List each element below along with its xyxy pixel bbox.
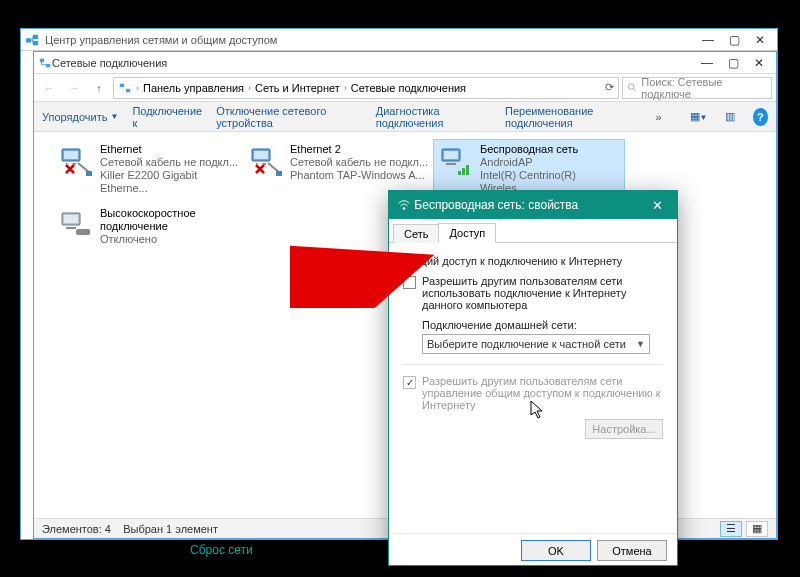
svg-rect-22 [458, 171, 461, 175]
connection-icon [248, 143, 284, 179]
svg-point-7 [628, 83, 634, 89]
settings-button: Настройка... [585, 419, 663, 439]
svg-rect-26 [64, 215, 78, 223]
connection-status: Отключено [100, 233, 240, 246]
connection-item[interactable]: EthernetСетевой кабель не подкл...Killer… [54, 140, 244, 198]
connection-item[interactable]: Высокоскоростное подключениеОтключено [54, 204, 244, 249]
dialog-title: Беспроводная сеть: свойства [414, 198, 578, 212]
svg-rect-10 [64, 151, 78, 159]
network-center-icon [25, 33, 39, 47]
connection-name: Высокоскоростное подключение [100, 207, 240, 233]
toolbar-preview-button[interactable]: ▥ [721, 110, 738, 123]
network-connections-icon [38, 56, 52, 70]
mouse-cursor-icon [530, 400, 546, 424]
connection-item[interactable]: Ethernet 2Сетевой кабель не подкл...Phan… [244, 140, 434, 185]
connection-icon [438, 143, 474, 179]
toolbar-view-button[interactable]: ▦▼ [690, 110, 708, 123]
outer-close-button[interactable]: ✕ [747, 33, 773, 47]
checkbox-allow-sharing[interactable] [403, 276, 416, 289]
view-icons-button[interactable]: ▦ [746, 521, 768, 537]
outer-maximize-button[interactable]: ▢ [721, 33, 747, 47]
inner-maximize-button[interactable]: ▢ [720, 56, 746, 70]
inner-close-button[interactable]: ✕ [746, 56, 772, 70]
inner-minimize-button[interactable]: — [694, 56, 720, 70]
svg-rect-27 [66, 227, 76, 229]
properties-dialog: Беспроводная сеть: свойства ✕ Сеть Досту… [388, 190, 678, 566]
search-icon [627, 82, 638, 94]
toolbar-help-button[interactable]: ? [753, 108, 768, 126]
breadcrumb-icon [118, 81, 132, 95]
section-title: Общий доступ к подключению к Интернету [403, 255, 663, 267]
status-selected: Выбран 1 элемент [123, 523, 218, 535]
connection-status: AndroidAP [480, 156, 620, 169]
nav-forward-button[interactable]: → [63, 78, 85, 98]
toolbar: Упорядочить▼ Подключение к Отключение се… [34, 102, 776, 132]
outer-window-titlebar: Центр управления сетями и общим доступом… [21, 29, 777, 51]
inner-window-titlebar: Сетевые подключения — ▢ ✕ [34, 52, 776, 74]
svg-rect-15 [254, 151, 268, 159]
view-details-button[interactable]: ☰ [720, 521, 742, 537]
toolbar-diagnose[interactable]: Диагностика подключения [376, 105, 491, 129]
connection-adapter: Phantom TAP-Windows A... [290, 169, 428, 182]
svg-rect-3 [40, 58, 44, 62]
svg-rect-0 [26, 38, 31, 42]
svg-rect-28 [76, 229, 90, 235]
toolbar-organize[interactable]: Упорядочить▼ [42, 111, 118, 123]
outer-minimize-button[interactable]: — [695, 33, 721, 47]
connection-status: Сетевой кабель не подкл... [100, 156, 240, 169]
refresh-button[interactable]: ⟳ [605, 81, 614, 94]
inner-window-title: Сетевые подключения [52, 57, 167, 69]
svg-rect-17 [276, 171, 282, 176]
connection-name: Ethernet [100, 143, 240, 156]
toolbar-connect-to[interactable]: Подключение к [132, 105, 202, 129]
svg-rect-12 [86, 171, 92, 176]
connection-name: Беспроводная сеть [480, 143, 620, 156]
combo-label: Подключение домашней сети: [422, 319, 663, 331]
outer-window-title: Центр управления сетями и общим доступом [45, 34, 277, 46]
dialog-titlebar: Беспроводная сеть: свойства ✕ [389, 191, 677, 219]
tab-access[interactable]: Доступ [438, 223, 496, 243]
nav-up-button[interactable]: ↑ [88, 78, 110, 98]
connection-adapter: Killer E2200 Gigabit Etherne... [100, 169, 240, 195]
svg-rect-23 [462, 168, 465, 175]
toolbar-disable[interactable]: Отключение сетевого устройства [216, 105, 362, 129]
toolbar-more[interactable]: » [655, 111, 661, 123]
svg-rect-20 [444, 151, 458, 159]
checkbox-allow-sharing-label: Разрешить другим пользователям сети испо… [422, 275, 663, 311]
svg-rect-6 [126, 88, 130, 92]
svg-rect-1 [33, 34, 38, 38]
connection-name: Ethernet 2 [290, 143, 428, 156]
dialog-close-button[interactable]: ✕ [645, 198, 669, 213]
connection-status: Сетевой кабель не подкл... [290, 156, 428, 169]
svg-rect-2 [33, 40, 38, 44]
toolbar-rename[interactable]: Переименование подключения [505, 105, 641, 129]
connection-icon [58, 207, 94, 243]
svg-point-29 [403, 207, 406, 210]
breadcrumb[interactable]: › Панель управления › Сеть и Интернет › … [113, 77, 619, 99]
breadcrumb-item[interactable]: Сетевые подключения [351, 82, 466, 94]
cancel-button[interactable]: Отмена [597, 540, 667, 561]
svg-rect-5 [120, 83, 124, 87]
svg-line-8 [633, 88, 636, 91]
connection-icon [58, 143, 94, 179]
svg-rect-24 [466, 165, 469, 175]
checkbox-allow-control [403, 376, 416, 389]
tab-network[interactable]: Сеть [393, 224, 439, 243]
home-connection-combo[interactable]: Выберите подключение к частной сети▼ [422, 334, 650, 354]
nav-back-button[interactable]: ← [38, 78, 60, 98]
ok-button[interactable]: OK [521, 540, 591, 561]
search-input[interactable]: Поиск: Сетевые подключе [622, 77, 772, 99]
breadcrumb-item[interactable]: Сеть и Интернет [255, 82, 340, 94]
svg-rect-21 [446, 163, 456, 165]
status-count: Элементов: 4 [42, 523, 111, 535]
wifi-icon [397, 198, 411, 212]
breadcrumb-item[interactable]: Панель управления [143, 82, 244, 94]
